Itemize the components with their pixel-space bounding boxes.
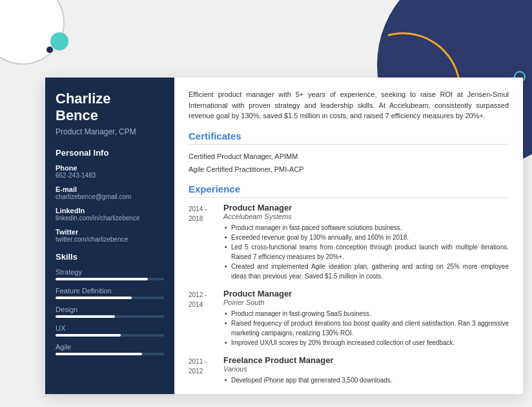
skills-list: Strategy Feature Definition Design UX Ag… xyxy=(56,268,164,355)
skill-name: Strategy xyxy=(56,268,164,276)
skill-item: UX xyxy=(56,324,164,337)
summary-text: Efficient product manager with 5+ years … xyxy=(189,89,509,121)
sidebar: Charlize Bence Product Manager, CPM Pers… xyxy=(45,78,174,394)
certificates-heading: Certificates xyxy=(189,130,509,145)
bullet: Improved UX/UI scores by 20% through inc… xyxy=(223,338,509,348)
certificates-list: Certified Product Manager, APIMMAgile Ce… xyxy=(189,150,509,176)
bg-teal-circle xyxy=(50,32,68,50)
phone-value: 662-243-1483 xyxy=(56,172,164,179)
cert-item: Certified Product Manager, APIMM xyxy=(189,150,509,163)
phone-label: Phone xyxy=(56,164,164,172)
linkedin-info: LinkedIn linkedin.com/in/charlizebence xyxy=(56,207,164,222)
bullet: Product manager in fast-growing SaaS bus… xyxy=(223,309,509,318)
skill-bar-fill xyxy=(56,334,121,337)
email-info: E-mail charlizebence@gmail.com xyxy=(56,185,164,200)
skill-name: Feature Definition xyxy=(56,287,164,295)
bullet: Led 5 cross-functional teams from concep… xyxy=(223,242,509,262)
skill-bar-bg xyxy=(56,334,164,337)
experience-heading: Experience xyxy=(189,183,509,198)
email-value: charlizebence@gmail.com xyxy=(56,193,164,200)
skill-name: Agile xyxy=(56,343,164,351)
exp-company: Poirier South xyxy=(223,298,509,306)
exp-bullets: Product manager in fast-paced software s… xyxy=(223,223,509,281)
experience-list: 2014 -2018 Product Manager Accelubeam Sy… xyxy=(189,203,509,385)
skill-bar-bg xyxy=(56,315,164,318)
exp-company: Accelubeam Systems xyxy=(223,213,509,220)
resume-card: Charlize Bence Product Manager, CPM Pers… xyxy=(45,78,523,394)
twitter-value: twitter.com/charlizebence xyxy=(56,236,164,243)
exp-bullets: Developed iPhone app that generated 3,50… xyxy=(223,375,509,385)
skill-name: Design xyxy=(56,306,164,313)
skill-item: Design xyxy=(56,306,164,318)
skill-item: Strategy xyxy=(56,268,164,280)
skill-bar-fill xyxy=(56,297,132,299)
skill-bar-fill xyxy=(56,315,115,318)
personal-info-heading: Personal Info xyxy=(56,148,164,158)
bullet: Developed iPhone app that generated 3,50… xyxy=(223,375,509,385)
exp-company: Various xyxy=(223,365,509,373)
linkedin-label: LinkedIn xyxy=(56,207,164,214)
bullet: Raised frequency of product iterations t… xyxy=(223,318,509,338)
skill-bar-bg xyxy=(56,297,164,299)
bullet: Created and implemented Agile ideation p… xyxy=(223,262,509,281)
exp-details: Freelance Product Manager Various Develo… xyxy=(223,355,509,385)
skill-bar-fill xyxy=(56,353,142,355)
bullet: Exceeded revenue goal by 130% annually, … xyxy=(223,233,509,242)
exp-details: Product Manager Poirier South Product ma… xyxy=(223,289,509,348)
cert-item: Agile Certified Practitioner, PMI-ACP xyxy=(189,163,509,176)
exp-details: Product Manager Accelubeam Systems Produ… xyxy=(223,203,509,281)
skill-bar-bg xyxy=(56,278,164,280)
skill-item: Agile xyxy=(56,343,164,355)
email-label: E-mail xyxy=(56,185,164,193)
linkedin-value: linkedin.com/in/charlizebence xyxy=(56,214,164,222)
exp-dates: 2011 -2012 xyxy=(189,355,223,385)
skill-name: UX xyxy=(56,324,164,332)
skill-bar-bg xyxy=(56,353,164,355)
bg-dark-dot xyxy=(46,47,53,53)
bg-top-left-circle xyxy=(0,0,65,65)
exp-dates: 2014 -2018 xyxy=(189,203,223,281)
bullet: Product manager in fast-paced software s… xyxy=(223,223,509,233)
exp-job-title: Product Manager xyxy=(223,203,509,213)
twitter-info: Twitter twitter.com/charlizebence xyxy=(56,228,164,243)
phone-info: Phone 662-243-1483 xyxy=(56,164,164,179)
experience-section: Experience 2014 -2018 Product Manager Ac… xyxy=(189,183,509,385)
exp-bullets: Product manager in fast-growing SaaS bus… xyxy=(223,309,509,348)
twitter-label: Twitter xyxy=(56,228,164,236)
candidate-name: Charlize Bence xyxy=(56,90,164,125)
main-content: Efficient product manager with 5+ years … xyxy=(174,78,523,394)
skill-bar-fill xyxy=(56,278,148,280)
experience-entry: 2011 -2012 Freelance Product Manager Var… xyxy=(189,355,509,385)
exp-job-title: Freelance Product Manager xyxy=(223,355,509,365)
candidate-title: Product Manager, CPM xyxy=(56,127,164,136)
experience-entry: 2014 -2018 Product Manager Accelubeam Sy… xyxy=(189,203,509,281)
exp-job-title: Product Manager xyxy=(223,289,509,298)
experience-entry: 2012 -2014 Product Manager Poirier South… xyxy=(189,289,509,348)
skills-heading: Skills xyxy=(56,252,164,262)
skill-item: Feature Definition xyxy=(56,287,164,299)
exp-dates: 2012 -2014 xyxy=(189,289,223,348)
